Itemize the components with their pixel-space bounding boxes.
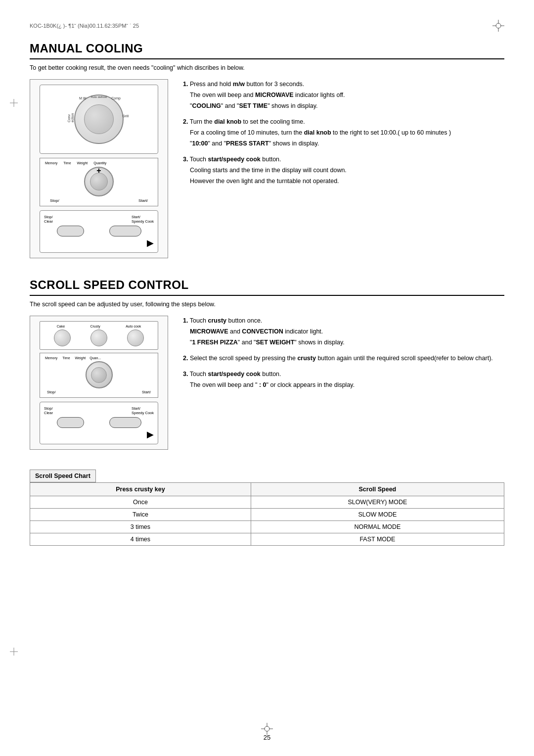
dial-conv-label: Convection <box>67 113 74 123</box>
cake-dial <box>54 330 71 346</box>
small-dials-row <box>44 330 154 346</box>
step-3-sub2: However the oven light and the turntable… <box>190 176 504 186</box>
row3-speed: NORMAL MODE <box>251 521 504 533</box>
scroll-bottom-buttons <box>44 417 154 428</box>
chart-body: Once SLOW(VERY) MODE Twice SLOW MODE 3 t… <box>30 496 504 546</box>
start-label: Start/ <box>138 198 148 203</box>
row1-key: Once <box>30 496 251 509</box>
quantity-label: Quantity <box>93 161 106 165</box>
scroll-top-panel: Cake Crusty Auto cook <box>40 321 158 350</box>
memory-label: Memory <box>45 161 57 165</box>
step-1-number: 1. <box>183 81 188 88</box>
page-header: KOC-1B0K(¿ )- ¶1˘ (Nia)00.11.62:35PM˘ ˙ … <box>30 20 504 32</box>
scroll-start-speedy: Start/Speedy Cook <box>132 406 154 415</box>
step-2: 2. Turn the dial knob to set the cooling… <box>183 117 504 148</box>
step-3: 3. Touch start/speedy cook button. Cooli… <box>183 154 504 186</box>
scroll-step-3-number: 3. <box>183 371 188 378</box>
row4-speed: FAST MODE <box>251 533 504 546</box>
left-margin-mark <box>10 99 18 108</box>
scroll-mid-dial-container <box>45 361 153 388</box>
col2-header: Scroll Speed <box>251 483 504 496</box>
scroll-speed-content: Cake Crusty Auto cook Memory Time Weight… <box>30 316 504 450</box>
row3-key: 3 times <box>30 521 251 533</box>
manual-cooling-section: MANUAL COOLING To get better cooking res… <box>30 42 504 258</box>
scroll-step-3-sub1: The oven will beep and " : 0" or clock a… <box>190 380 504 390</box>
section-divider-2 <box>30 295 504 296</box>
dial-auto-label: Auto defrost <box>91 95 107 98</box>
chart-header: Scroll Speed Chart <box>30 470 96 482</box>
panel-row1: Memory Time Weight Quantity <box>45 161 153 165</box>
svg-point-4 <box>496 23 501 28</box>
scroll-mid-panel: Memory Time Weight Quan... Stop/ Start/ <box>40 353 158 398</box>
oven-main-dial: M.W Comp Auto defrost Convection Grill <box>74 94 124 144</box>
plus-indicator: + <box>96 166 101 175</box>
scroll-speed-chart-container: Scroll Speed Chart Press crusty key Scro… <box>30 470 504 546</box>
stop-clear-btn <box>57 226 84 236</box>
dial-mw-label: M.W <box>79 96 86 100</box>
arrow-down-icon: ▶ <box>44 237 154 248</box>
section-divider-1 <box>30 58 504 59</box>
start-speedy-btn <box>109 226 141 236</box>
scroll-step-1-sub1: MICROWAVE and CONVECTION indicator light… <box>190 327 504 336</box>
scroll-stop-btn <box>57 417 84 428</box>
col1-header: Press crusty key <box>30 483 251 496</box>
scroll-step-1-sub2: "1 FRESH PIZZA" and "SET WEIGHT" shows i… <box>190 337 504 347</box>
cake-label: Cake <box>57 325 65 328</box>
stop-start-row: Stop/ Start/ <box>45 198 153 203</box>
svg-point-11 <box>265 726 269 731</box>
step-3-text: Touch start/speedy cook button. <box>190 156 281 163</box>
table-row: Once SLOW(VERY) MODE <box>30 496 504 509</box>
step-2-number: 2. <box>183 118 188 125</box>
scroll-speed-title: SCROLL SPEED CONTROL <box>30 278 504 292</box>
scroll-time-label: Time <box>62 356 70 360</box>
header-meta: KOC-1B0K(¿ )- ¶1˘ (Nia)00.11.62:35PM˘ ˙ … <box>30 23 139 29</box>
scroll-step-1-number: 1. <box>183 317 188 324</box>
table-row: 3 times NORMAL MODE <box>30 521 504 533</box>
scroll-speed-table: Press crusty key Scroll Speed Once SLOW(… <box>30 482 504 546</box>
stop-clear-label: Stop/ <box>50 198 59 203</box>
left-margin-mark-bottom <box>10 648 18 657</box>
scroll-stop-clear: Stop/Clear <box>44 406 53 415</box>
table-row: 4 times FAST MODE <box>30 533 504 546</box>
scroll-speed-section: SCROLL SPEED CONTROL The scroll speed ca… <box>30 278 504 546</box>
scroll-step-3: 3. Touch start/speedy cook button. The o… <box>183 369 504 390</box>
bottom-crosshair-icon <box>261 723 273 736</box>
scroll-bottom-labels: Stop/Clear Start/Speedy Cook <box>44 406 154 415</box>
step-1-sub2: "COOLING" and "SET TIME" shows in displa… <box>190 101 504 111</box>
oven-inner-dial <box>84 104 114 134</box>
scroll-stop-label: Stop/ <box>47 390 56 394</box>
scroll-step-1-text: Touch crusty button once. <box>190 317 263 324</box>
step-3-number: 3. <box>183 156 188 163</box>
scroll-speed-intro: The scroll speed can be adjusted by user… <box>30 301 504 308</box>
step-3-sub1: Cooling starts and the time in the displ… <box>190 165 504 175</box>
scroll-step-2-number: 2. <box>183 355 188 362</box>
time-label: Time <box>63 161 71 165</box>
scroll-step-1: 1. Touch crusty button once. MICROWAVE a… <box>183 316 504 347</box>
row4-key: 4 times <box>30 533 251 546</box>
mid-dial: + <box>84 167 114 196</box>
scroll-start-btn <box>109 417 141 428</box>
manual-cooling-oven-diagram: M.W Comp Auto defrost Convection Grill M… <box>30 79 168 258</box>
row1-speed: SLOW(VERY) MODE <box>251 496 504 509</box>
dial-comp-label: Comp <box>111 96 121 100</box>
manual-cooling-steps: 1. Press and hold m/w button for 3 secon… <box>183 79 504 258</box>
autocook-dial <box>127 330 144 346</box>
scroll-step-2-text: Select the scroll speed by pressing the … <box>190 355 493 362</box>
step-2-text: Turn the dial knob to set the cooling ti… <box>190 118 305 125</box>
crusty-label: Crusty <box>90 325 100 328</box>
scroll-mid-labels: Memory Time Weight Quan... <box>45 356 153 360</box>
row2-key: Twice <box>30 509 251 521</box>
step-2-sub2: "10:00" and "PRESS START" shows in displ… <box>190 139 504 148</box>
oven-top-panel: M.W Comp Auto defrost Convection Grill <box>40 85 158 154</box>
step-1-text: Press and hold m/w button for 3 seconds. <box>190 81 304 88</box>
scroll-bottom-panel: Stop/Clear Start/Speedy Cook ▶ <box>40 402 158 444</box>
bottom-labels: Stop/Clear Start/Speedy Cook <box>44 215 154 224</box>
oven-bottom-panel: Stop/Clear Start/Speedy Cook ▶ <box>40 210 158 253</box>
top-labels: Cake Crusty Auto cook <box>44 325 154 328</box>
oven-middle-panel: Memory Time Weight Quantity + Stop/ Star… <box>40 158 158 206</box>
stop-clear-bottom: Stop/Clear <box>44 215 53 224</box>
scroll-arrow-icon: ▶ <box>44 429 154 440</box>
table-row: Twice SLOW MODE <box>30 509 504 521</box>
scroll-start-label: Start/ <box>142 390 151 394</box>
step-2-sub1: For a cooling time of 10 minutes, turn t… <box>190 128 504 138</box>
